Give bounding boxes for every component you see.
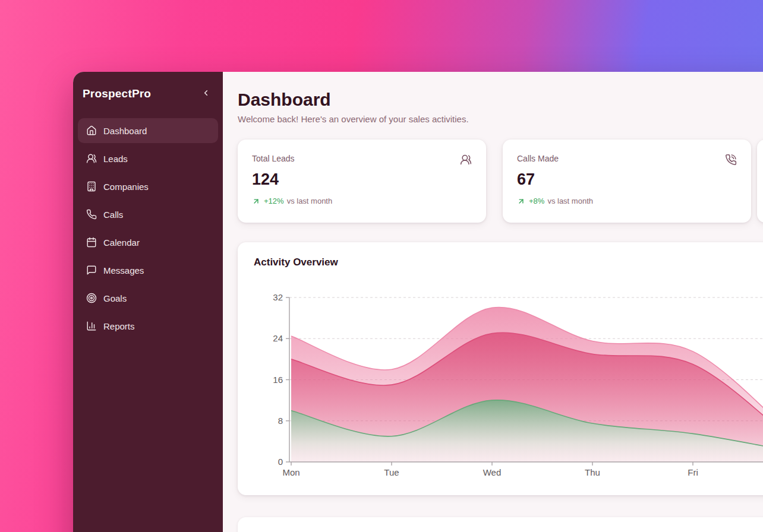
svg-text:Wed: Wed	[483, 467, 502, 477]
activity-overview-card: Activity Overview 08162432MonTueWedThuFr…	[238, 242, 763, 495]
sidebar-item-goals[interactable]: Goals	[78, 286, 218, 311]
page-title: Dashboard	[238, 90, 763, 110]
svg-text:Thu: Thu	[585, 467, 600, 477]
trend-percent: +12%	[264, 197, 284, 205]
svg-text:24: 24	[273, 333, 283, 343]
svg-text:16: 16	[273, 375, 283, 385]
sidebar-item-calls[interactable]: Calls	[78, 202, 218, 227]
svg-text:Fri: Fri	[688, 467, 698, 477]
svg-text:Tue: Tue	[384, 467, 399, 477]
sidebar-item-label: Dashboard	[103, 126, 147, 136]
app-window: ProspectPro Dashboard Leads Companies Ca…	[73, 72, 763, 532]
sidebar-item-label: Goals	[103, 293, 127, 303]
stat-cards-row: Total Leads 124 +12% vs last month Calls…	[238, 140, 763, 223]
sidebar-item-label: Reports	[103, 321, 135, 331]
trend-suffix: vs last month	[547, 197, 593, 205]
sidebar-item-companies[interactable]: Companies	[78, 174, 218, 199]
phone-icon	[86, 209, 97, 220]
users-icon	[86, 153, 97, 164]
sidebar-item-reports[interactable]: Reports	[78, 314, 218, 338]
sidebar-item-messages[interactable]: Messages	[78, 258, 218, 283]
stat-value: 67	[517, 170, 737, 189]
stat-trend: +12% vs last month	[252, 197, 472, 205]
calendar-icon	[86, 237, 97, 248]
sidebar-item-leads[interactable]: Leads	[78, 146, 218, 171]
svg-text:Mon: Mon	[282, 467, 299, 477]
stat-value: 124	[252, 170, 472, 189]
sidebar-item-dashboard[interactable]: Dashboard	[78, 118, 218, 143]
chevron-left-icon	[201, 88, 210, 99]
target-icon	[86, 293, 97, 303]
arrow-up-right-icon	[252, 197, 260, 205]
bar-chart-icon	[86, 321, 97, 331]
svg-text:32: 32	[273, 292, 283, 302]
additional-card-clipped	[238, 517, 763, 532]
svg-text:8: 8	[278, 416, 283, 426]
sidebar-item-calendar[interactable]: Calendar	[78, 230, 218, 255]
stat-label: Calls Made	[517, 154, 559, 163]
sidebar-item-label: Calendar	[103, 238, 140, 248]
stat-card-clipped	[757, 140, 763, 223]
stat-label: Total Leads	[252, 154, 295, 163]
brand-logo-text: ProspectPro	[83, 87, 151, 100]
stat-card-calls-made: Calls Made 67 +8% vs last month	[503, 140, 751, 223]
sidebar-item-label: Calls	[103, 210, 123, 220]
phone-call-icon	[725, 154, 737, 166]
sidebar-collapse-button[interactable]	[199, 87, 212, 100]
trend-suffix: vs last month	[287, 197, 333, 205]
sidebar-nav: Dashboard Leads Companies Calls Calendar…	[73, 118, 223, 338]
message-square-icon	[86, 265, 97, 276]
stat-trend: +8% vs last month	[517, 197, 737, 205]
sidebar-item-label: Leads	[103, 154, 128, 164]
sidebar-item-label: Companies	[103, 182, 149, 192]
arrow-up-right-icon	[517, 197, 525, 205]
sidebar-brand-row: ProspectPro	[73, 87, 223, 100]
building-icon	[86, 181, 97, 192]
sidebar-item-label: Messages	[103, 265, 144, 276]
house-icon	[86, 125, 97, 136]
svg-text:0: 0	[278, 457, 283, 467]
sidebar: ProspectPro Dashboard Leads Companies Ca…	[73, 72, 223, 532]
main-content: Dashboard Welcome back! Here's an overvi…	[223, 72, 763, 532]
trend-percent: +8%	[529, 197, 544, 205]
stat-card-total-leads: Total Leads 124 +12% vs last month	[238, 140, 486, 223]
page-subtitle: Welcome back! Here's an overview of your…	[238, 113, 763, 125]
users-icon	[460, 154, 472, 166]
